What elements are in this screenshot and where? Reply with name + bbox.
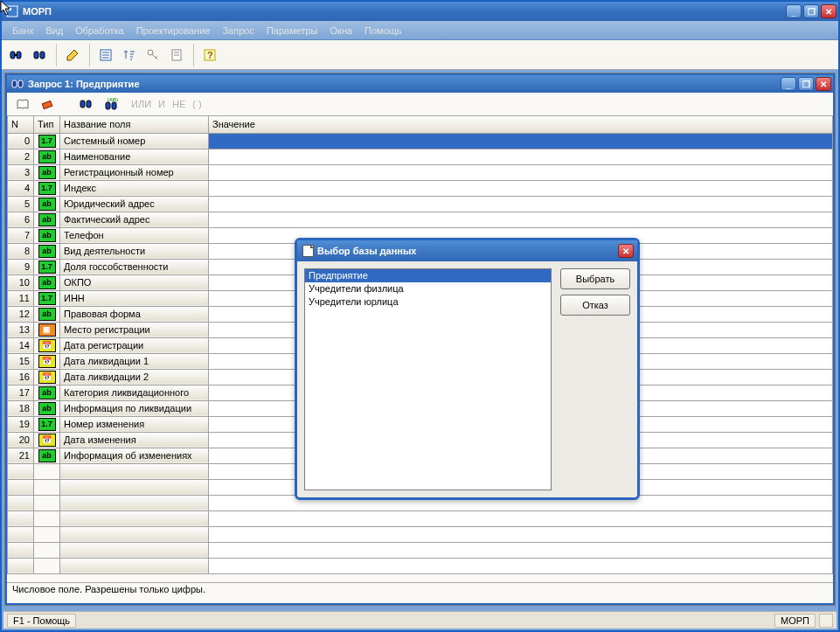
find-ab-icon[interactable]: (AB) xyxy=(101,94,121,114)
type-badge: ab xyxy=(38,166,56,179)
cell-type: 1.7 xyxy=(34,290,60,306)
help-icon[interactable]: ? xyxy=(199,45,219,65)
cell-value[interactable] xyxy=(209,164,833,180)
column-name[interactable]: Название поля xyxy=(60,116,209,133)
child-maximize-button[interactable]: ❐ xyxy=(798,77,814,91)
op-label[interactable]: И xyxy=(158,99,165,109)
dialog-list-item[interactable]: Учредители физлица xyxy=(305,282,551,295)
app-titlebar[interactable]: МОРП _ ❐ ✕ xyxy=(2,2,838,21)
table-row[interactable]: 41.7Индекс xyxy=(8,180,833,196)
cell-name: Информация по ликвидации xyxy=(60,400,209,416)
binoculars-icon[interactable] xyxy=(5,45,25,65)
svg-rect-1 xyxy=(9,8,11,10)
app-title: МОРП xyxy=(19,6,786,17)
list-icon[interactable] xyxy=(95,45,115,65)
edit-icon[interactable] xyxy=(62,45,82,65)
book-icon[interactable] xyxy=(12,94,32,114)
cell-type: ab xyxy=(34,448,60,463)
menu-item[interactable]: Параметры xyxy=(261,24,323,38)
svg-rect-0 xyxy=(7,6,17,17)
status-bar: F1 - Помощь МОРП xyxy=(3,611,837,629)
type-badge: 1.7 xyxy=(38,182,56,195)
erase-icon[interactable] xyxy=(38,94,58,114)
table-row[interactable]: 01.7Системный номер xyxy=(8,133,833,149)
dialog-titlebar[interactable]: Выбор базы данных ✕ xyxy=(297,240,637,261)
minimize-button[interactable]: _ xyxy=(786,4,802,18)
cell-n: 6 xyxy=(8,212,34,227)
status-right: МОРП xyxy=(774,614,816,628)
table-row[interactable]: 3abРегистрационный номер xyxy=(8,164,833,180)
menu-item[interactable]: Окна xyxy=(325,24,358,38)
child-minimize-button[interactable]: _ xyxy=(781,77,796,91)
sheet-icon[interactable] xyxy=(166,45,186,65)
child-toolbar: (AB) ИЛИИНЕ( ) xyxy=(7,93,833,116)
cell-type: ab xyxy=(34,243,60,259)
sort-icon[interactable] xyxy=(119,45,139,65)
column-value[interactable]: Значение xyxy=(209,116,833,133)
menu-item[interactable]: Помощь xyxy=(359,24,407,38)
type-badge: ab xyxy=(38,213,56,226)
type-badge: ▣ xyxy=(38,323,56,337)
status-left: F1 - Помощь xyxy=(7,614,76,628)
svg-rect-25 xyxy=(112,102,116,109)
cell-type: 📅 xyxy=(34,369,60,385)
maximize-button[interactable]: ❐ xyxy=(803,4,819,18)
cell-type: ab xyxy=(34,385,60,400)
op-label[interactable]: ИЛИ xyxy=(131,99,151,109)
cell-value[interactable] xyxy=(209,149,833,164)
type-badge: 📅 xyxy=(38,371,56,384)
cell-n: 7 xyxy=(8,227,34,243)
op-label[interactable]: НЕ xyxy=(172,99,185,109)
table-row xyxy=(8,526,833,542)
child-titlebar[interactable]: Запрос 1: Предприятие _ ❐ ✕ xyxy=(7,75,833,93)
table-row[interactable]: 2abНаименование xyxy=(8,149,833,164)
cell-name: Дата изменения xyxy=(60,432,209,448)
cell-name: Категория ликвидационного xyxy=(60,385,209,400)
menu-item[interactable]: Запрос xyxy=(217,24,259,38)
op-label[interactable]: ( ) xyxy=(192,99,201,109)
column-n[interactable]: N xyxy=(8,116,34,133)
svg-text:(AB): (AB) xyxy=(108,97,118,102)
child-close-button[interactable]: ✕ xyxy=(816,77,831,91)
menu-item[interactable]: Банк xyxy=(7,24,38,38)
cell-n: 11 xyxy=(8,290,34,306)
key-icon[interactable] xyxy=(142,45,163,65)
select-button[interactable]: Выбрать xyxy=(560,268,630,289)
table-row[interactable]: 6abФактический адрес xyxy=(8,212,833,227)
cell-value[interactable] xyxy=(209,133,833,149)
find-again-icon[interactable] xyxy=(29,45,49,65)
type-badge: ab xyxy=(38,449,56,462)
cell-n: 20 xyxy=(8,432,34,448)
cell-value[interactable] xyxy=(209,180,833,196)
dialog-close-button[interactable]: ✕ xyxy=(618,244,634,258)
type-badge: 1.7 xyxy=(38,260,56,274)
dialog-list[interactable]: ПредприятиеУчредители физлицаУчредители … xyxy=(304,268,552,490)
table-row[interactable]: 5abЮридический адрес xyxy=(8,196,833,212)
column-type[interactable]: Тип xyxy=(34,116,60,133)
menu-item[interactable]: Вид xyxy=(40,24,68,38)
main-menu: БанкВидОбработкаПроектированиеЗапросПара… xyxy=(2,21,838,40)
cell-n: 8 xyxy=(8,243,34,259)
close-button[interactable]: ✕ xyxy=(821,4,837,18)
cell-type: ab xyxy=(34,227,60,243)
cell-type: ▣ xyxy=(34,322,60,337)
cell-name: ОКПО xyxy=(60,274,209,290)
svg-line-13 xyxy=(156,56,157,58)
cell-type: 1.7 xyxy=(34,259,60,274)
database-dialog: Выбор базы данных ✕ ПредприятиеУчредител… xyxy=(295,238,640,500)
menu-item[interactable]: Обработка xyxy=(70,24,128,38)
child-title: Запрос 1: Предприятие xyxy=(28,79,781,89)
cell-value[interactable] xyxy=(209,196,833,212)
table-row xyxy=(8,542,833,558)
type-badge: ab xyxy=(38,198,56,211)
cancel-button[interactable]: Отказ xyxy=(560,295,630,316)
cell-n: 12 xyxy=(8,306,34,322)
dialog-list-item[interactable]: Учредители юрлица xyxy=(305,295,551,309)
type-badge: ab xyxy=(38,245,56,258)
cell-name: ИНН xyxy=(60,290,209,306)
menu-item[interactable]: Проектирование xyxy=(131,24,216,38)
cell-n: 9 xyxy=(8,259,34,274)
cell-value[interactable] xyxy=(209,212,833,227)
find-icon-toolbar[interactable] xyxy=(75,94,95,114)
dialog-list-item[interactable]: Предприятие xyxy=(305,269,551,282)
